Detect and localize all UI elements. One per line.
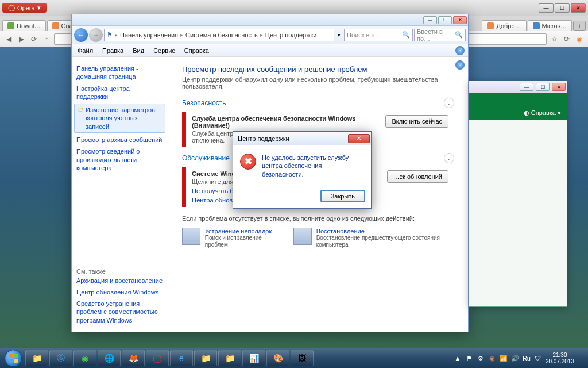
secondary-search-input[interactable]: Ввести в по…🔍 bbox=[414, 29, 466, 41]
bc-sep: ▸ bbox=[260, 32, 263, 38]
taskbar-app[interactable]: e bbox=[170, 350, 193, 366]
tray-icon[interactable]: ⚙ bbox=[477, 354, 485, 362]
taskbar-app[interactable]: ◯ bbox=[146, 350, 169, 366]
taskbar-app[interactable]: 🦊 bbox=[122, 350, 145, 366]
start-button[interactable] bbox=[2, 350, 24, 367]
issue-title: Служба центра обеспечения безопасности W… bbox=[192, 115, 356, 129]
taskbar-app[interactable]: 🎨 bbox=[266, 350, 289, 366]
show-desktop-button[interactable] bbox=[578, 350, 582, 367]
taskbar-app[interactable]: 📁 bbox=[218, 350, 241, 366]
sidebar-link-home[interactable]: Панель управления - домашняя страница bbox=[76, 63, 163, 83]
troubleshoot-icon bbox=[182, 228, 200, 245]
browser-tab[interactable]: Downl… bbox=[2, 20, 46, 31]
home-icon[interactable]: ⌂ bbox=[41, 34, 52, 44]
sidebar-link-archive[interactable]: Просмотр архива сообщений bbox=[76, 134, 163, 145]
flag-icon[interactable]: ⚑ bbox=[465, 354, 473, 362]
nav-back-button[interactable]: ← bbox=[74, 28, 88, 42]
dialog-close-button[interactable]: ✕ bbox=[348, 134, 370, 143]
taskbar-app[interactable]: 📊 bbox=[242, 350, 265, 366]
action-title: Устранение неполадок bbox=[205, 228, 276, 235]
menu-edit[interactable]: Правка bbox=[98, 46, 128, 55]
security-section-heading[interactable]: Безопасность ⌄ bbox=[182, 98, 454, 108]
taskbar-app[interactable]: 🌐 bbox=[98, 350, 121, 366]
close-button[interactable]: ✕ bbox=[552, 83, 566, 91]
sidebar-seealso-compat[interactable]: Средство устранения проблем с совместимо… bbox=[76, 298, 163, 326]
taskbar: 📁 Ⓢ ◉ 🌐 🦊 ◯ e 📁 📁 📊 🎨 🖼 ▲ ⚑ ⚙ ◉ 📶 🔊 Ru 🛡… bbox=[0, 348, 588, 368]
reload-icon[interactable]: ⟳ bbox=[29, 34, 39, 44]
taskbar-app[interactable]: 📁 bbox=[25, 350, 48, 366]
sidebar-link-settings[interactable]: Настройка центра поддержки bbox=[76, 83, 163, 103]
mse-header: ◐ Справка ▾ bbox=[469, 93, 567, 120]
windows-orb-icon bbox=[5, 350, 22, 367]
taskbar-app[interactable]: 📁 bbox=[194, 350, 217, 366]
action-desc: Поиск и исправление проблем bbox=[205, 235, 276, 248]
menu-file[interactable]: Файл bbox=[73, 46, 98, 55]
bc-sep: ▸ bbox=[115, 32, 118, 38]
chevron-down-icon: ▾ bbox=[37, 4, 41, 12]
sidebar-link-uac[interactable]: 🛡 Изменение параметров контроля учетных … bbox=[74, 103, 165, 133]
opera-menu-button[interactable]: ◯ Opera ▾ bbox=[2, 3, 47, 13]
network-icon[interactable]: 📶 bbox=[500, 354, 508, 362]
chevron-down-icon[interactable]: ⌄ bbox=[444, 153, 454, 163]
opera-icon: ◯ bbox=[8, 4, 15, 12]
close-button[interactable]: ✕ bbox=[453, 16, 467, 24]
maximize-button[interactable]: ☐ bbox=[438, 16, 452, 24]
taskbar-app[interactable]: Ⓢ bbox=[49, 350, 72, 366]
sidebar-link-perf[interactable]: Просмотр сведений о производительности к… bbox=[76, 145, 163, 174]
clock-time: 21:30 bbox=[546, 352, 574, 358]
taskbar-app[interactable]: 🖼 bbox=[291, 350, 314, 366]
breadcrumb-item[interactable]: Центр поддержки bbox=[265, 32, 317, 39]
chevron-down-icon[interactable]: ⌄ bbox=[444, 98, 454, 108]
breadcrumb[interactable]: ⚑ ▸ Панель управления ▸ Система и безопа… bbox=[104, 29, 334, 41]
dropdown-icon[interactable]: ▾ bbox=[335, 32, 343, 38]
search-input[interactable]: Поиск в п…🔍 bbox=[344, 29, 413, 41]
sidebar-seealso-backup[interactable]: Архивация и восстановление bbox=[76, 275, 163, 286]
refresh-icon[interactable]: ⟳ bbox=[562, 34, 572, 44]
menu-view[interactable]: Вид bbox=[128, 46, 149, 55]
breadcrumb-item[interactable]: Система и безопасность bbox=[185, 32, 258, 39]
close-button[interactable]: ✕ bbox=[571, 3, 586, 13]
tab-label: Добро… bbox=[496, 22, 521, 29]
maximize-button[interactable]: ☐ bbox=[536, 83, 550, 91]
browser-tab[interactable]: Micros… bbox=[528, 20, 572, 31]
clock-date: 20.07.2013 bbox=[546, 358, 574, 365]
new-tab-button[interactable]: + bbox=[573, 21, 586, 31]
sidebar: Панель управления - домашняя страница На… bbox=[72, 57, 168, 332]
minimize-button[interactable]: — bbox=[520, 83, 533, 91]
error-icon: ✖ bbox=[240, 154, 256, 170]
opera-turbo-icon[interactable]: ◉ bbox=[574, 34, 585, 44]
tray-up-icon[interactable]: ▲ bbox=[454, 354, 462, 362]
minimize-button[interactable]: — bbox=[423, 16, 437, 24]
maximize-button[interactable]: ☐ bbox=[555, 3, 570, 13]
troubleshoot-action[interactable]: Устранение неполадок Поиск и исправление… bbox=[182, 228, 276, 248]
nav-row: ← → ⚑ ▸ Панель управления ▸ Система и бе… bbox=[72, 26, 468, 44]
system-tray: ▲ ⚑ ⚙ ◉ 📶 🔊 Ru 🛡 21:30 20.07.2013 bbox=[450, 350, 586, 367]
tab-label: Downl… bbox=[17, 22, 41, 29]
menu-help[interactable]: Справка bbox=[180, 46, 214, 55]
help-dropdown[interactable]: ◐ Справка ▾ bbox=[524, 109, 561, 117]
check-updates-button[interactable]: …ск обновлений bbox=[387, 170, 448, 183]
enable-now-button[interactable]: Включить сейчас bbox=[385, 115, 448, 128]
breadcrumb-item[interactable]: Панель управления bbox=[120, 32, 178, 39]
tray-icon[interactable]: 🛡 bbox=[534, 354, 542, 362]
tray-icon[interactable]: ◉ bbox=[488, 354, 496, 362]
volume-icon[interactable]: 🔊 bbox=[511, 354, 519, 362]
clock[interactable]: 21:30 20.07.2013 bbox=[546, 352, 574, 365]
lang-indicator[interactable]: Ru bbox=[523, 354, 531, 362]
browser-tab[interactable]: Добро… bbox=[482, 20, 526, 31]
bottom-note: Если проблема отсутствует в списке, выпо… bbox=[182, 215, 454, 222]
forward-icon[interactable]: ▶ bbox=[16, 34, 26, 44]
close-button[interactable]: Закрыть bbox=[320, 190, 365, 202]
nav-forward-button[interactable]: → bbox=[89, 28, 103, 42]
restore-action[interactable]: Восстановление Восстановление предшеству… bbox=[293, 228, 454, 248]
star-icon[interactable]: ☆ bbox=[549, 34, 559, 44]
minimize-button[interactable]: — bbox=[539, 3, 554, 13]
sidebar-seealso-update[interactable]: Центр обновления Windows bbox=[76, 286, 163, 298]
menubar: Файл Правка Вид Сервис Справка ? bbox=[72, 44, 468, 57]
help-icon[interactable]: ? bbox=[455, 60, 465, 70]
help-icon[interactable]: ? bbox=[455, 46, 465, 55]
menu-tools[interactable]: Сервис bbox=[149, 46, 180, 55]
page-title: Просмотр последних сообщений и решение п… bbox=[182, 65, 454, 74]
taskbar-app[interactable]: ◉ bbox=[74, 350, 96, 366]
back-icon[interactable]: ◀ bbox=[3, 34, 14, 44]
